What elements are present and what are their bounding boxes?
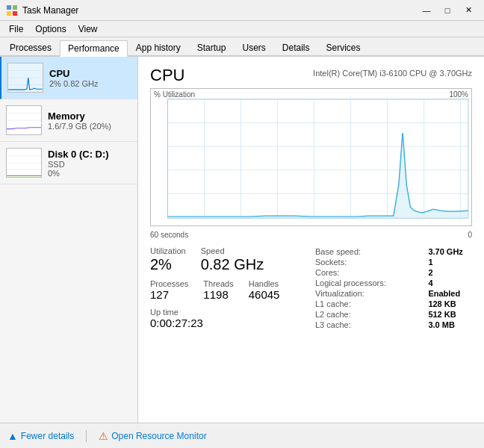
l2-label: L2 cache: bbox=[315, 309, 428, 320]
bottom-bar: ▲ Fewer details ⚠ Open Resource Monitor bbox=[0, 423, 484, 448]
menu-options[interactable]: Options bbox=[29, 22, 72, 36]
l1-label: L1 cache: bbox=[315, 299, 428, 309]
cpu-info: CPU 2% 0.82 GHz bbox=[49, 68, 131, 88]
cpu-sub: 2% 0.82 GHz bbox=[49, 79, 131, 88]
title-bar: Task Manager — □ ✕ bbox=[0, 0, 484, 21]
cpu-chart: % Utilization 100% bbox=[150, 88, 472, 226]
tab-services[interactable]: Services bbox=[318, 39, 369, 55]
handles-value: 46045 bbox=[249, 288, 280, 302]
util-speed-row: Utilization 2% Speed 0.82 GHz bbox=[150, 246, 303, 279]
disk-info: Disk 0 (C: D:) SSD 0% bbox=[48, 149, 131, 178]
detail-row-l3: L3 cache: 3.0 MB bbox=[315, 320, 472, 330]
logical-value: 4 bbox=[428, 278, 472, 288]
main-content: CPU 2% 0.82 GHz Memory 1.6/7.9 GB (20%) bbox=[0, 57, 484, 423]
detail-table: Base speed: 3.70 GHz Sockets: 1 Cores: 2… bbox=[315, 246, 472, 330]
speed-label: Speed bbox=[201, 246, 264, 255]
base-speed-label: Base speed: bbox=[315, 246, 428, 257]
sockets-value: 1 bbox=[428, 257, 472, 267]
menu-bar: File Options View bbox=[0, 21, 484, 37]
l2-value: 512 KB bbox=[428, 309, 472, 320]
utilization-group: Utilization 2% bbox=[150, 246, 186, 273]
l3-value: 3.0 MB bbox=[428, 320, 472, 330]
memory-thumbnail bbox=[6, 105, 42, 135]
cpu-label: CPU bbox=[49, 68, 131, 79]
svg-rect-0 bbox=[7, 5, 11, 10]
disk-label: Disk 0 (C: D:) bbox=[48, 149, 131, 160]
sidebar-item-disk[interactable]: Disk 0 (C: D:) SSD 0% bbox=[0, 142, 137, 184]
svg-rect-1 bbox=[13, 5, 17, 10]
detail-row-cores: Cores: 2 bbox=[315, 267, 472, 278]
close-button[interactable]: ✕ bbox=[459, 3, 478, 18]
window-title: Task Manager bbox=[22, 5, 417, 16]
sidebar-item-cpu[interactable]: CPU 2% 0.82 GHz bbox=[0, 57, 137, 99]
menu-file[interactable]: File bbox=[3, 22, 29, 36]
base-speed-value: 3.70 GHz bbox=[428, 246, 472, 257]
tab-details[interactable]: Details bbox=[274, 39, 318, 55]
speed-value: 0.82 GHz bbox=[201, 255, 264, 273]
tab-bar: Processes Performance App history Startu… bbox=[0, 37, 484, 57]
resource-monitor-icon: ⚠ bbox=[99, 430, 108, 442]
disk-sub: SSD 0% bbox=[48, 160, 131, 178]
uptime-group: Up time 0:00:27:23 bbox=[150, 308, 303, 330]
maximize-button[interactable]: □ bbox=[438, 3, 457, 18]
tab-performance[interactable]: Performance bbox=[60, 40, 128, 57]
svg-rect-16 bbox=[151, 89, 471, 225]
detail-row-l2: L2 cache: 512 KB bbox=[315, 309, 472, 320]
utilization-label: Utilization bbox=[150, 246, 186, 255]
menu-view[interactable]: View bbox=[72, 22, 104, 36]
stats-grid: Utilization 2% Speed 0.82 GHz Processes … bbox=[150, 246, 472, 336]
memory-sub: 1.6/7.9 GB (20%) bbox=[48, 122, 131, 131]
detail-row-basespeed: Base speed: 3.70 GHz bbox=[315, 246, 472, 257]
stats-left: Utilization 2% Speed 0.82 GHz Processes … bbox=[150, 246, 303, 336]
virt-label: Virtualization: bbox=[315, 288, 428, 299]
handles-label: Handles bbox=[249, 279, 280, 288]
app-icon bbox=[6, 4, 18, 16]
svg-rect-2 bbox=[7, 11, 11, 16]
l3-label: L3 cache: bbox=[315, 320, 428, 330]
panel-subtitle: Intel(R) Core(TM) i3-6100 CPU @ 3.70GHz bbox=[313, 69, 472, 78]
proc-threads-handles-row: Processes 127 Threads 1198 Handles 46045 bbox=[150, 279, 303, 308]
threads-value: 1198 bbox=[203, 288, 233, 302]
disk-thumbnail bbox=[6, 148, 42, 178]
detail-row-virt: Virtualization: Enabled bbox=[315, 288, 472, 299]
panel-header: CPU Intel(R) Core(TM) i3-6100 CPU @ 3.70… bbox=[150, 66, 472, 85]
fewer-details-link[interactable]: ▲ Fewer details bbox=[7, 430, 74, 442]
uptime-label: Up time bbox=[150, 308, 303, 317]
fewer-details-icon: ▲ bbox=[7, 430, 18, 442]
resource-monitor-link[interactable]: ⚠ Open Resource Monitor bbox=[99, 430, 206, 442]
virt-value: Enabled bbox=[428, 288, 472, 299]
sockets-label: Sockets: bbox=[315, 257, 428, 267]
detail-row-logical: Logical processors: 4 bbox=[315, 278, 472, 288]
panel-title: CPU bbox=[150, 66, 184, 85]
sidebar-item-memory[interactable]: Memory 1.6/7.9 GB (20%) bbox=[0, 99, 137, 142]
sidebar: CPU 2% 0.82 GHz Memory 1.6/7.9 GB (20%) bbox=[0, 57, 138, 423]
detail-row-sockets: Sockets: 1 bbox=[315, 257, 472, 267]
speed-group: Speed 0.82 GHz bbox=[201, 246, 264, 273]
tab-processes[interactable]: Processes bbox=[1, 39, 60, 55]
cpu-thumbnail bbox=[7, 63, 43, 93]
threads-group: Threads 1198 bbox=[203, 279, 233, 302]
memory-label: Memory bbox=[48, 111, 131, 122]
memory-info: Memory 1.6/7.9 GB (20%) bbox=[48, 111, 131, 131]
chart-x-start: 60 seconds bbox=[150, 231, 188, 239]
chart-x-end: 0 bbox=[468, 231, 472, 239]
resource-monitor-label: Open Resource Monitor bbox=[111, 431, 206, 441]
uptime-value: 0:00:27:23 bbox=[150, 317, 303, 330]
cpu-panel: CPU Intel(R) Core(TM) i3-6100 CPU @ 3.70… bbox=[138, 57, 484, 423]
processes-value: 127 bbox=[150, 288, 188, 302]
tab-apphistory[interactable]: App history bbox=[128, 39, 189, 55]
tab-users[interactable]: Users bbox=[234, 39, 273, 55]
processes-label: Processes bbox=[150, 279, 188, 288]
divider bbox=[86, 430, 87, 442]
fewer-details-label: Fewer details bbox=[21, 431, 74, 441]
detail-row-l1: L1 cache: 128 KB bbox=[315, 299, 472, 309]
l1-value: 128 KB bbox=[428, 299, 472, 309]
cores-value: 2 bbox=[428, 267, 472, 278]
handles-group: Handles 46045 bbox=[249, 279, 280, 302]
tab-startup[interactable]: Startup bbox=[189, 39, 235, 55]
minimize-button[interactable]: — bbox=[417, 3, 436, 18]
chart-y-max: 100% bbox=[449, 90, 468, 99]
window-controls: — □ ✕ bbox=[417, 3, 478, 18]
chart-y-label: % Utilization bbox=[154, 90, 195, 99]
stats-right: Base speed: 3.70 GHz Sockets: 1 Cores: 2… bbox=[315, 246, 472, 336]
